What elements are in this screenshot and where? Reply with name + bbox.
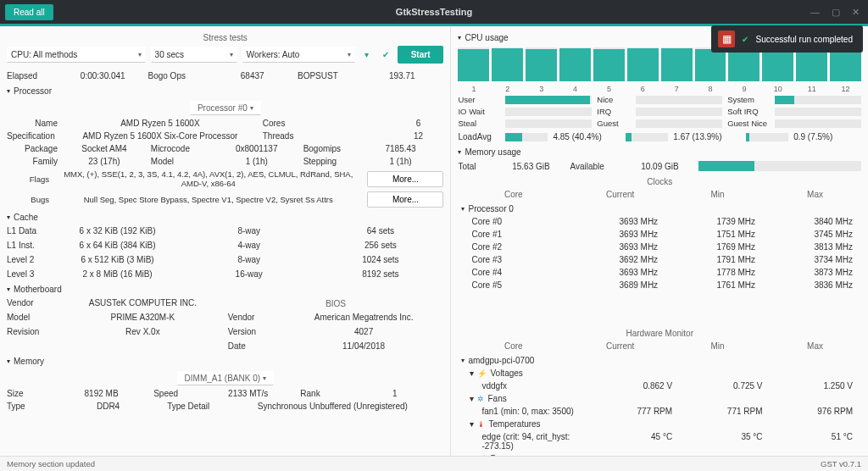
- steal-bar: [505, 119, 592, 128]
- vddgfx-row: vddgfx: [458, 381, 590, 391]
- cpu-core-bar: [559, 47, 591, 81]
- cpu-core-number: 4: [559, 85, 591, 93]
- version-text: GST v0.7.1: [821, 459, 861, 468]
- cpu-core-bar: [762, 47, 793, 81]
- memory-bank-selector[interactable]: DIMM_A1 (BANK 0) ▾: [177, 371, 274, 385]
- cache-row: Level 26 x 512 KiB (3 MiB)8-way1024 sets: [7, 252, 443, 267]
- cpu-core-bar: [458, 47, 489, 81]
- cpu-core-bar: [830, 47, 861, 81]
- mem-total-label: Total: [458, 162, 492, 171]
- package-label: Package: [7, 144, 58, 153]
- cpu-core-bar: [593, 47, 625, 81]
- cache-row: L1 Data6 x 32 KiB (192 KiB)8-way64 sets: [7, 224, 443, 238]
- edge-min: 35 °C: [686, 432, 771, 451]
- close-icon[interactable]: ✕: [852, 7, 860, 18]
- clock-col-max: Max: [769, 190, 861, 199]
- vddgfx-cur: 0.862 V: [596, 381, 681, 391]
- minimize-icon[interactable]: —: [810, 7, 820, 18]
- clock-col-core: Core: [458, 190, 569, 199]
- cache-expander[interactable]: ▾Cache: [7, 209, 443, 224]
- mem-rank: 1: [346, 389, 443, 398]
- cpu-core-number: 2: [492, 85, 523, 93]
- read-all-button[interactable]: Read all: [5, 4, 53, 20]
- bogomips-label: Bogomips: [303, 144, 354, 153]
- motherboard-expander[interactable]: ▾Motherboard: [7, 281, 443, 296]
- clock-col-current: Current: [574, 190, 666, 199]
- stress-duration-dropdown[interactable]: 30 secs▾: [151, 47, 237, 63]
- bios-date-label: Date: [228, 341, 279, 351]
- temps-group[interactable]: ▾🌡Temperatures: [458, 419, 590, 429]
- softirq-label: Soft IRQ: [727, 107, 770, 116]
- toast-text: Successful run completed: [755, 35, 853, 44]
- start-button[interactable]: Start: [398, 46, 444, 64]
- loadavg-label: LoadAvg: [458, 132, 500, 141]
- voltages-group[interactable]: ▾⚡Voltages: [458, 368, 590, 378]
- vddgfx-max: 1.250 V: [776, 381, 861, 391]
- clocks-proc-expander[interactable]: ▾Processor 0: [458, 201, 861, 215]
- memory-expander[interactable]: ▾Memory: [7, 353, 443, 368]
- titlebar: Read all GtkStressTesting — ▢ ✕: [0, 0, 868, 24]
- cpu-chip-icon: ▦: [718, 30, 735, 47]
- cpu-core-bar: [661, 47, 693, 81]
- loadavg-15: 0.9 (7.5%): [793, 132, 832, 141]
- vddgfx-min: 0.725 V: [686, 381, 771, 391]
- power-group[interactable]: ▾⚡Power: [458, 454, 590, 456]
- bios-vendor: American Megatrends Inc.: [284, 313, 444, 322]
- mobo-rev: Rev X.0x: [63, 327, 223, 336]
- edge-max: 51 °C: [776, 432, 861, 451]
- cpu-core-number: 9: [728, 85, 760, 93]
- edge-cur: 45 °C: [596, 432, 681, 451]
- mem-detail: Synchronous Unbuffered (Unregistered): [221, 402, 443, 411]
- bugs-more-button[interactable]: More...: [367, 191, 443, 208]
- flags-more-button[interactable]: More...: [367, 171, 443, 187]
- check-icon[interactable]: ✔: [379, 50, 392, 59]
- bios-ver: 4027: [284, 327, 444, 336]
- elapsed-value: 0:00:30.041: [61, 71, 144, 80]
- clock-row: Core #13693 MHz1751 MHz3745 MHz: [458, 228, 861, 241]
- guestnice-label: Guest Nice: [727, 119, 770, 128]
- processor-selector[interactable]: Processor #0 ▾: [190, 101, 261, 115]
- edge-row: edge (crit: 94, crit_hyst: -273.15): [458, 432, 590, 451]
- mem-speed: 2133 MT/s: [199, 389, 297, 398]
- cpu-core-bar: [695, 47, 726, 81]
- stress-heading: Stress tests: [7, 30, 443, 44]
- toggle-button[interactable]: ▾: [360, 50, 374, 59]
- cpu-core-number: 12: [830, 85, 861, 93]
- cpu-core-bar: [492, 47, 523, 81]
- processor-expander[interactable]: ▾Processor: [7, 83, 443, 97]
- stress-workers-dropdown[interactable]: Workers: Auto▾: [242, 47, 355, 63]
- threads-value: 12: [392, 131, 443, 141]
- cpu-core-number: 5: [593, 85, 625, 93]
- fans-group[interactable]: ▾✲Fans: [458, 394, 590, 403]
- iowait-bar: [505, 108, 592, 116]
- maximize-icon[interactable]: ▢: [832, 7, 840, 18]
- cores-value: 6: [392, 119, 443, 128]
- mem-speed-label: Speed: [153, 389, 196, 398]
- cores-label: Cores: [263, 119, 390, 128]
- spec-value: AMD Ryzen 5 1600X Six-Core Processor: [61, 131, 259, 141]
- hw-device-expander[interactable]: ▾amdgpu-pci-0700: [458, 352, 861, 367]
- clocks-heading: Clocks: [458, 174, 861, 188]
- stress-method-dropdown[interactable]: CPU: All methods▾: [7, 47, 146, 63]
- cpu-core-number: 6: [627, 85, 659, 93]
- fan-icon: ✲: [477, 395, 484, 403]
- chevron-down-icon: ▾: [138, 51, 142, 58]
- hw-col-max: Max: [769, 341, 861, 351]
- bolt-icon: ⚡: [477, 455, 487, 457]
- system-label: System: [727, 95, 770, 104]
- cpu-core-number: 7: [661, 85, 693, 93]
- fan1-cur: 777 RPM: [596, 407, 681, 416]
- family-value: 23 (17h): [61, 157, 147, 166]
- memory-usage-expander[interactable]: ▾Memory usage: [458, 144, 861, 158]
- mobo-model: PRIME A320M-K: [63, 313, 223, 322]
- clock-row: Core #53689 MHz1761 MHz3836 MHz: [458, 279, 861, 291]
- mem-avail: 10.09 GiB: [626, 162, 693, 171]
- mem-type-label: Type: [7, 402, 49, 411]
- bugs-value: Null Seg, Spec Store Bypass, Spectre V1,…: [54, 195, 362, 204]
- model-label: Model: [151, 157, 210, 166]
- guest-label: Guest: [597, 119, 631, 128]
- guestnice-bar: [775, 119, 861, 128]
- threads-label: Threads: [263, 131, 390, 141]
- bopsust-label: BOPSUST: [298, 71, 357, 80]
- cpu-core-bar: [627, 47, 659, 81]
